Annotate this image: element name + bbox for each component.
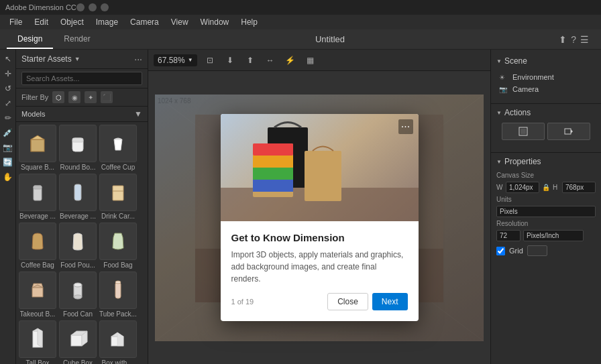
environment-label: Environment — [512, 73, 554, 81]
svg-marker-1 — [31, 135, 44, 139]
list-item[interactable]: Takeout B... — [19, 271, 56, 318]
asset-label: Square B... — [21, 164, 54, 171]
list-item[interactable]: Cube Box — [59, 320, 97, 364]
list-item[interactable]: Box with ... — [99, 320, 137, 364]
actions-label: Actions — [504, 108, 531, 117]
modal-more-btn[interactable]: ··· — [398, 119, 413, 134]
asset-thumb-food-can — [59, 271, 97, 309]
menu-edit[interactable]: Edit — [29, 16, 54, 28]
svg-rect-0 — [31, 139, 44, 151]
orbit-tool[interactable]: 🔄 — [1, 156, 15, 169]
list-item[interactable]: Square B... — [19, 125, 56, 171]
resolution-row: Pixels/Inch Pixels/cm — [496, 230, 596, 241]
width-input[interactable] — [506, 182, 539, 193]
modal-overlay: ··· Get to Know Dimension Import 3D obje… — [148, 71, 490, 364]
asset-label: Food Pou... — [60, 261, 95, 269]
tab-design[interactable]: Design — [7, 30, 53, 49]
modal-close-button[interactable]: Close — [327, 293, 368, 310]
menu-camera[interactable]: Camera — [125, 16, 164, 28]
menu-image[interactable]: Image — [91, 16, 123, 28]
modal-next-button[interactable]: Next — [372, 293, 408, 310]
left-toolbar: ↖ ✛ ↺ ⤢ ✏ 💉 📷 🔄 ✋ — [0, 50, 16, 364]
dropdown-icon[interactable]: ▼ — [74, 56, 80, 62]
lock-icon[interactable]: 🔒 — [542, 184, 550, 191]
grid-checkbox[interactable] — [496, 247, 505, 255]
menu-object[interactable]: Object — [55, 16, 89, 28]
fit-view-btn[interactable]: ⊡ — [203, 53, 217, 68]
share-icon[interactable]: ⬆ — [559, 34, 567, 45]
list-item[interactable]: Food Bag — [99, 223, 137, 269]
rotate-tool[interactable]: ↺ — [1, 82, 15, 95]
select-tool[interactable]: ↖ — [1, 52, 15, 66]
right-panel: ▼ Scene ☀ Environment 📷 Camera ▼ Actions — [490, 50, 601, 364]
filter-light-icon[interactable]: ✦ — [85, 91, 97, 103]
actions-section-header[interactable]: ▼ Actions — [496, 107, 596, 119]
list-item[interactable]: Tall Box — [19, 320, 56, 364]
scene-section-header[interactable]: ▼ Scene — [496, 55, 596, 67]
canvas-toolbar: 67.58% ▼ ⊡ ⬇ ⬆ ↔ ⚡ ▦ — [148, 50, 490, 71]
actions-buttons — [496, 123, 596, 140]
filter-material-icon[interactable]: ◉ — [68, 91, 80, 103]
import-btn[interactable]: ⬇ — [223, 53, 237, 68]
render-btn[interactable]: ⚡ — [283, 53, 298, 68]
tab-bar: Design Render Untitled ⬆ ? ☰ — [0, 29, 601, 50]
search-icon[interactable]: ☰ — [580, 34, 589, 45]
render-image-btn[interactable] — [502, 123, 545, 140]
minimize-btn[interactable] — [76, 3, 85, 11]
environment-item[interactable]: ☀ Environment — [496, 71, 596, 83]
maximize-btn[interactable] — [89, 3, 97, 11]
tab-render[interactable]: Render — [53, 30, 101, 49]
paint-tool[interactable]: ✏ — [1, 111, 15, 125]
zoom-control[interactable]: 67.58% ▼ — [154, 54, 197, 66]
pan-tool[interactable]: ✋ — [1, 170, 15, 184]
move-tool[interactable]: ✛ — [1, 67, 15, 80]
svg-rect-14 — [115, 282, 121, 298]
menu-window[interactable]: Window — [195, 16, 235, 28]
camera-item[interactable]: 📷 Camera — [496, 83, 596, 95]
canvas-size-row: W 🔒 H — [496, 182, 596, 193]
search-input[interactable] — [21, 72, 142, 85]
properties-section-header[interactable]: ▼ Properties — [496, 156, 596, 168]
assets-more-btn[interactable]: ··· — [134, 54, 142, 64]
grid-color-swatch[interactable] — [527, 245, 547, 256]
modal-image: ··· — [221, 114, 419, 221]
layers-btn[interactable]: ▦ — [303, 53, 318, 68]
list-item[interactable]: Round Bo... — [59, 125, 97, 171]
sample-tool[interactable]: 💉 — [1, 126, 15, 139]
list-item[interactable]: Food Pou... — [59, 223, 97, 269]
onboarding-modal: ··· Get to Know Dimension Import 3D obje… — [221, 114, 419, 321]
close-btn[interactable] — [101, 3, 109, 11]
render-video-btn[interactable] — [547, 123, 590, 140]
modal-description: Import 3D objects, apply materials and g… — [231, 249, 408, 285]
units-select[interactable]: Pixels Inches Centimeters — [496, 206, 596, 217]
asset-label: Drink Car... — [101, 213, 135, 220]
filter-3d-icon[interactable]: ⬡ — [52, 91, 64, 103]
view3d-btn[interactable]: ↔ — [263, 53, 278, 68]
divider — [491, 103, 601, 104]
asset-row: Coffee Bag Food Pou... Food Bag — [19, 223, 145, 269]
list-item[interactable]: Coffee Cup — [99, 125, 137, 171]
list-item[interactable]: Drink Car... — [99, 174, 137, 220]
list-item[interactable]: Tube Pack... — [99, 271, 137, 318]
list-item[interactable]: Beverage ... — [59, 174, 97, 220]
asset-row: Beverage ... Beverage ... Drink Car... — [19, 174, 145, 220]
height-input[interactable] — [562, 182, 596, 193]
asset-label: Cube Box — [63, 359, 93, 364]
list-item[interactable]: Beverage ... — [19, 174, 56, 220]
list-item[interactable]: Coffee Bag — [19, 223, 56, 269]
list-item[interactable]: Food Can — [59, 271, 97, 318]
menu-help[interactable]: Help — [235, 16, 263, 28]
models-collapse-btn[interactable]: ▼ — [134, 109, 142, 119]
scale-tool[interactable]: ⤢ — [1, 97, 15, 110]
help-icon[interactable]: ? — [571, 34, 576, 45]
menu-file[interactable]: File — [4, 16, 28, 28]
camera-tool[interactable]: 📷 — [1, 141, 15, 154]
resolution-input[interactable] — [496, 230, 521, 241]
export-btn[interactable]: ⬆ — [243, 53, 258, 68]
resolution-unit-select[interactable]: Pixels/Inch Pixels/cm — [523, 230, 584, 241]
filter-image-icon[interactable]: ⬛ — [101, 91, 113, 103]
svg-marker-59 — [571, 129, 573, 133]
asset-row: Square B... Round Bo... Coffee Cup — [19, 125, 145, 171]
menu-view[interactable]: View — [166, 16, 194, 28]
camera-icon: 📷 — [499, 86, 508, 93]
